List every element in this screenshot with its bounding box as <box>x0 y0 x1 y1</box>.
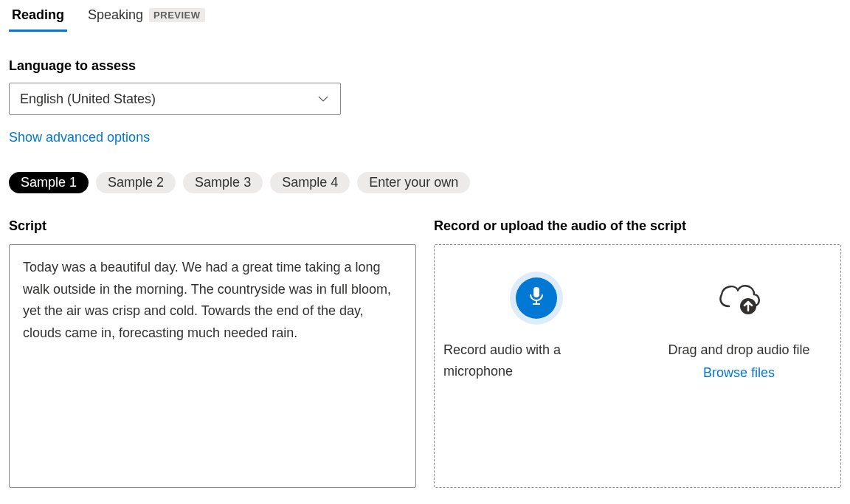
script-header: Script <box>9 218 416 234</box>
script-textarea[interactable]: Today was a beautiful day. We had a grea… <box>9 244 416 488</box>
script-column: Script Today was a beautiful day. We had… <box>9 218 416 488</box>
upload-box: Record audio with a microphone Drag and … <box>434 244 841 488</box>
tab-speaking-label: Speaking <box>88 7 143 23</box>
browse-files-link[interactable]: Browse files <box>703 365 775 381</box>
drop-section[interactable]: Drag and drop audio file Browse files <box>638 245 840 487</box>
tabs-bar: Reading Speaking PREVIEW <box>9 0 841 29</box>
preview-badge: PREVIEW <box>149 8 204 22</box>
language-value: English (United States) <box>20 92 156 107</box>
pill-sample-3[interactable]: Sample 3 <box>183 172 263 193</box>
chevron-down-icon <box>317 92 330 106</box>
tab-speaking[interactable]: Speaking PREVIEW <box>85 1 208 29</box>
pill-sample-1[interactable]: Sample 1 <box>9 172 89 193</box>
drop-label: Drag and drop audio file <box>643 339 835 361</box>
content-columns: Script Today was a beautiful day. We had… <box>9 218 841 488</box>
pill-sample-4[interactable]: Sample 4 <box>270 172 350 193</box>
upload-header: Record or upload the audio of the script <box>434 218 841 234</box>
pill-enter-own[interactable]: Enter your own <box>357 172 470 193</box>
sample-pills: Sample 1 Sample 2 Sample 3 Sample 4 Ente… <box>9 172 841 193</box>
cloud-upload-icon <box>713 272 766 325</box>
language-select[interactable]: English (United States) <box>9 83 341 115</box>
language-label: Language to assess <box>9 58 841 74</box>
svg-rect-0 <box>533 287 539 297</box>
record-button-outer <box>510 272 563 325</box>
tab-reading-label: Reading <box>12 7 64 23</box>
tab-reading[interactable]: Reading <box>9 1 67 29</box>
record-section: Record audio with a microphone <box>435 245 638 487</box>
record-label: Record audio with a microphone <box>440 339 632 382</box>
advanced-options-link[interactable]: Show advanced options <box>9 130 150 145</box>
record-button[interactable] <box>516 277 557 319</box>
upload-column: Record or upload the audio of the script <box>434 218 841 488</box>
microphone-icon <box>528 287 545 309</box>
pill-sample-2[interactable]: Sample 2 <box>96 172 176 193</box>
